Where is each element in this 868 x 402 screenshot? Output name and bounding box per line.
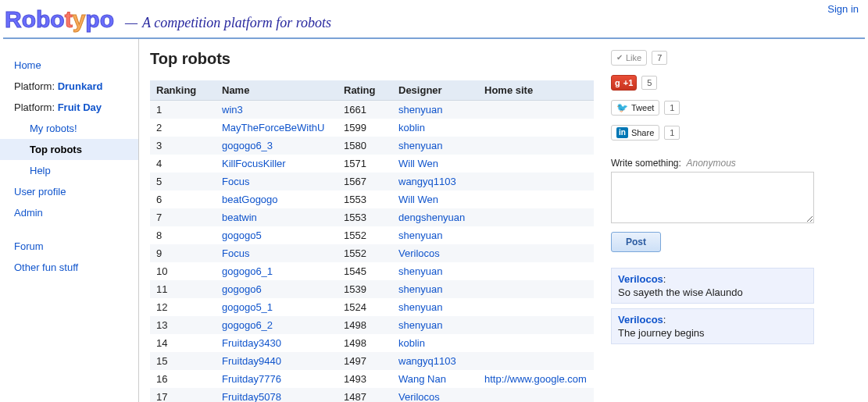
cell-rank: 10 [150,262,216,280]
cell-rating: 1545 [338,262,392,280]
robot-link[interactable]: gogogo5 [222,229,262,241]
robot-link[interactable]: Fruitday7776 [222,373,281,385]
nav-admin[interactable]: Admin [0,202,138,223]
table-row: 9Focus1552Verilocos [150,244,594,262]
designer-link[interactable]: shenyuan [398,140,442,151]
sign-in-link[interactable]: Sign in [827,3,859,15]
designer-link[interactable]: Wang Nan [398,373,446,385]
designer-link[interactable]: wangyq1103 [398,355,456,367]
table-row: 12gogogo5_11524shenyuan [150,298,594,316]
comment-label: Write something: Anonymous [611,158,859,169]
nav-top-robots[interactable]: Top robots [0,139,138,160]
cell-rank: 4 [150,155,216,173]
robot-link[interactable]: beatwin [222,212,257,223]
home-link[interactable]: http://www.google.com [484,373,587,385]
comment: Verilocos:So sayeth the wise Alaundo [611,268,814,304]
nav-my-robots[interactable]: My robots! [0,118,138,139]
nav-user-profile[interactable]: User profile [0,181,138,202]
th-home: Home site [478,80,594,101]
cell-rank: 12 [150,298,216,316]
cell-rating: 1487 [338,388,392,402]
robot-link[interactable]: Fruitday9440 [222,355,281,367]
comment-author[interactable]: Verilocos [618,273,663,285]
gplus-count: 5 [641,76,657,90]
tweet-button[interactable]: 🐦Tweet 1 [611,100,859,116]
th-designer: Designer [392,80,478,101]
cell-rating: 1553 [338,208,392,226]
nav-other-fun[interactable]: Other fun stuff [0,257,138,278]
robot-link[interactable]: gogogo6 [222,283,262,295]
table-row: 16Fruitday77761493Wang Nanhttp://www.goo… [150,370,594,388]
designer-link[interactable]: Will Wen [398,194,438,205]
robot-link[interactable]: Fruitday5078 [222,391,281,402]
designer-link[interactable]: shenyuan [398,283,442,295]
robot-link[interactable]: beatGogogo [222,194,278,205]
fb-like[interactable]: ✔Like 7 [611,50,859,66]
th-rating: Rating [338,80,392,101]
robot-link[interactable]: Focus [222,247,249,259]
table-row: 2MayTheForceBeWithU1599koblin [150,119,594,137]
nav-help[interactable]: Help [0,160,138,181]
robot-link[interactable]: gogogo6_3 [222,140,273,151]
robot-link[interactable]: MayTheForceBeWithU [222,122,324,133]
designer-link[interactable]: shenyuan [398,229,442,241]
robot-link[interactable]: KillFocusKiller [222,158,286,169]
comment-author[interactable]: Verilocos [618,314,663,326]
designer-link[interactable]: Will Wen [398,158,438,169]
nav-platform-fruitday[interactable]: Platform: Fruit Day [0,97,138,118]
comment: Verilocos:The journey begins [611,308,814,344]
cell-rank: 6 [150,190,216,208]
table-row: 5Focus1567wangyq1103 [150,173,594,190]
gplus-button[interactable]: g+1 5 [611,75,859,91]
linkedin-share-button[interactable]: inShare 1 [611,125,859,141]
cell-rating: 1524 [338,298,392,316]
designer-link[interactable]: koblin [398,337,425,349]
cell-rating: 1599 [338,119,392,137]
cell-rating: 1498 [338,316,392,334]
cell-rank: 8 [150,226,216,244]
page-title: Top robots [150,50,594,68]
cell-rank: 2 [150,119,216,137]
table-row: 10gogogo6_11545shenyuan [150,262,594,280]
th-ranking: Ranking [150,80,216,101]
table-row: 17Fruitday50781487Verilocos [150,388,594,402]
nav-home[interactable]: Home [0,55,138,76]
designer-link[interactable]: shenyuan [398,104,442,116]
designer-link[interactable]: dengshenyuan [398,212,465,223]
robot-link[interactable]: Fruitday3430 [222,337,281,349]
designer-link[interactable]: shenyuan [398,319,442,331]
cell-rating: 1497 [338,352,392,370]
robot-link[interactable]: gogogo6_1 [222,265,273,277]
cell-rating: 1567 [338,173,392,190]
comment-textarea[interactable] [611,172,814,223]
cell-rank: 9 [150,244,216,262]
designer-link[interactable]: koblin [398,122,425,133]
cell-rank: 15 [150,352,216,370]
cell-rank: 5 [150,173,216,190]
robot-link[interactable]: gogogo6_2 [222,319,273,331]
designer-link[interactable]: wangyq1103 [398,176,456,187]
nav-platform-drunkard[interactable]: Platform: Drunkard [0,76,138,97]
cell-rank: 16 [150,370,216,388]
robot-link[interactable]: win3 [222,104,243,116]
table-row: 1win31661shenyuan [150,101,594,119]
post-button[interactable]: Post [611,232,661,252]
nav-forum[interactable]: Forum [0,236,138,257]
designer-link[interactable]: Verilocos [398,391,440,402]
comment-text: The journey begins [618,327,807,339]
designer-link[interactable]: shenyuan [398,301,442,313]
like-count: 7 [652,51,667,65]
designer-link[interactable]: shenyuan [398,265,442,277]
comments-list: Verilocos:So sayeth the wise AlaundoVeri… [611,268,859,344]
cell-rank: 11 [150,280,216,298]
cell-rating: 1571 [338,155,392,173]
robot-link[interactable]: Focus [222,176,249,187]
sidebar: Home Platform: Drunkard Platform: Fruit … [0,39,139,402]
logo[interactable]: Robotypo [5,6,114,33]
table-row: 3gogogo6_31580shenyuan [150,137,594,155]
cell-rating: 1553 [338,190,392,208]
robot-link[interactable]: gogogo5_1 [222,301,273,313]
cell-rank: 1 [150,101,216,119]
cell-rating: 1552 [338,226,392,244]
designer-link[interactable]: Verilocos [398,247,440,259]
